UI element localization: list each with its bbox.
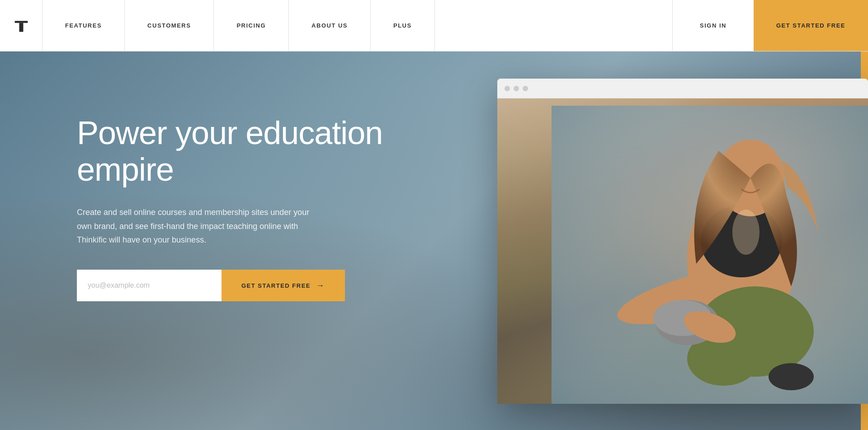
hero-subtext: Create and sell online courses and membe…	[77, 206, 312, 247]
nav-features[interactable]: FEATURES	[42, 0, 125, 51]
nav-spacer	[435, 0, 672, 51]
svg-rect-0	[14, 21, 28, 23]
logo[interactable]	[0, 0, 42, 51]
nav-links: FEATURES CUSTOMERS PRICING ABOUT US PLUS	[42, 0, 672, 51]
hero-text: Power your education empire Create and s…	[77, 88, 402, 301]
hero-cta-label: GET STARTED FREE	[241, 282, 311, 289]
hero-get-started-button[interactable]: GET STARTED FREE →	[222, 270, 345, 301]
thinkific-logo-icon	[13, 18, 29, 34]
navbar: FEATURES CUSTOMERS PRICING ABOUT US PLUS…	[0, 0, 868, 51]
hero-headline: Power your education empire	[77, 115, 402, 187]
signin-button[interactable]: SIGN IN	[672, 0, 754, 51]
nav-pricing[interactable]: PRICING	[214, 0, 289, 51]
nav-customers[interactable]: CUSTOMERS	[125, 0, 214, 51]
nav-plus[interactable]: PLUS	[371, 0, 435, 51]
hero-form: GET STARTED FREE →	[77, 270, 402, 301]
nav-about-us[interactable]: ABOUT US	[289, 0, 371, 51]
arrow-icon: →	[316, 281, 325, 290]
hero-content: Power your education empire Create and s…	[0, 51, 868, 430]
svg-rect-1	[19, 23, 23, 32]
hero-section: Power your education empire Create and s…	[0, 51, 868, 430]
nav-get-started-button[interactable]: GET STARTED FREE	[754, 0, 868, 51]
hero-email-input[interactable]	[77, 270, 222, 301]
